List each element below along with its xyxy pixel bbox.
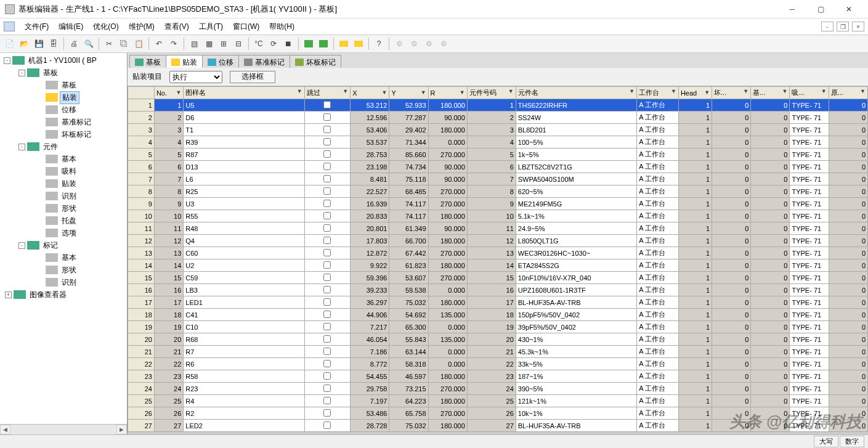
new-button[interactable]: 📄 [2,37,16,51]
placement-grid[interactable]: No.▼图样名▼跳过▼X▼Y▼R▼元件号码▼元件名▼工作台▼Head▼坏...▼… [128,86,868,432]
expand-icon[interactable]: - [4,57,10,64]
tool-d-button[interactable]: ⊟ [232,37,245,51]
paste-button[interactable]: 📋 [132,37,145,51]
skip-checkbox[interactable] [323,113,331,121]
scroll-right-icon[interactable]: ▶ [116,425,127,434]
table-row[interactable]: 2121R77.18663.1440.0002145.3k~1%A 工作台100… [128,346,868,358]
tree-node-形状[interactable]: 形状 [60,203,78,214]
table-row[interactable]: 1414U29.92261.823180.00014ETA2845S2GA 工作… [128,259,868,272]
tree-node-选项[interactable]: 选项 [60,227,78,239]
table-row[interactable]: 1919C107.21765.3000.0001939pF5%/50V_0402… [128,321,868,333]
minimize-button[interactable]: ─ [778,0,806,18]
menu-查看[interactable]: 查看(V) [160,20,194,34]
col-元件号码[interactable]: 元件号码▼ [467,87,516,99]
redo-button[interactable]: ↷ [167,37,180,51]
tree-node-图像查看器[interactable]: 图像查看器 [28,289,68,301]
table-row[interactable]: 66D1323.19874.73490.0006LBZT52C8V2T1GA 工… [128,161,868,173]
table-row[interactable]: 55R8728.75385.660270.00051k~5%A 工作台100TY… [128,149,868,161]
tree-node-标记[interactable]: 标记 [41,240,60,251]
table-row[interactable]: 1818C4144.90654.692135.00018150pF5%/50V_… [128,309,868,321]
menu-窗口[interactable]: 窗口(W) [228,20,264,34]
nav-tree[interactable]: -机器1 - YV100II ( BP-基板基板贴装位移基准标记坏板标记-元件基… [0,53,127,424]
col-吸...[interactable]: 吸...▼ [790,87,829,99]
col-跳过[interactable]: 跳过▼ [304,87,350,99]
skip-checkbox[interactable] [323,372,331,380]
mdi-restore-button[interactable]: ❐ [837,22,849,31]
skip-checkbox[interactable] [323,348,331,355]
table-row[interactable]: 2222R68.77258.3180.0002233k~5%A 工作台100TY… [128,358,868,370]
menu-维护[interactable]: 维护(M) [124,20,160,34]
tool-a-button[interactable]: ▤ [187,37,201,51]
col-坏...[interactable]: 坏...▼ [712,87,751,99]
tree-hscroll[interactable]: ◀ ▶ [0,424,127,434]
col-原...[interactable]: 原...▼ [829,87,867,99]
copy-button[interactable]: ⿻ [117,37,131,51]
table-row[interactable]: 2626R253.48665.758270.0002610k~1%A 工作台10… [128,407,868,420]
tab-贴装[interactable]: 贴装 [166,55,203,68]
skip-checkbox[interactable] [323,150,331,158]
board-a-button[interactable] [302,37,315,51]
tab-基板[interactable]: 基板 [129,55,166,68]
col-Y[interactable]: Y▼ [389,87,428,99]
skip-checkbox[interactable] [323,138,331,145]
select-box-button[interactable]: 选择框 [230,71,275,83]
close-button[interactable]: ✕ [835,0,863,18]
col-元件名[interactable]: 元件名▼ [516,87,636,99]
table-row[interactable]: 77L68.48175.11890.0007SWPA5040S100MA 工作台… [128,173,868,185]
table-row[interactable]: 11U553.21252.933180.0001THS6222IRHFRA 工作… [128,99,868,112]
menu-工具[interactable]: 工具(T) [194,20,228,34]
strip-b-button[interactable] [352,37,365,51]
skip-checkbox[interactable] [323,200,331,207]
skip-checkbox[interactable] [323,360,331,367]
menu-帮助[interactable]: 帮助(H) [264,20,299,34]
skip-checkbox[interactable] [323,409,331,417]
table-row[interactable]: 2323R5854.45546.597180.00023187~1%A 工作台1… [128,370,868,383]
table-row[interactable]: 22D612.59677.28790.0002SS24WA 工作台100TYPE… [128,112,868,124]
link-c-button[interactable]: ⚙ [422,37,436,51]
skip-checkbox[interactable] [323,212,331,219]
skip-checkbox[interactable] [323,249,331,256]
tree-root[interactable]: 机器1 - YV100II ( BP [26,55,99,67]
link-b-button[interactable]: ⚙ [407,37,421,51]
menu-编辑[interactable]: 编辑(E) [54,20,88,34]
menu-文件[interactable]: 文件(F) [20,20,54,34]
tab-坏板标记[interactable]: 坏板标记 [290,55,341,68]
skip-checkbox[interactable] [323,175,331,182]
filter-select[interactable]: 执行 [169,71,222,83]
tree-node-贴装[interactable]: 贴装 [60,91,79,104]
mdi-close-button[interactable]: × [852,22,864,31]
help-button[interactable]: ? [372,37,386,51]
link-d-button[interactable]: ⚙ [437,37,450,51]
tree-node-托盘[interactable]: 托盘 [60,215,78,227]
table-row[interactable]: 1515C5959.39653.607270.0001510nF10%/16V-… [128,272,868,284]
skip-checkbox[interactable] [323,323,331,330]
col-X[interactable]: X▼ [351,87,389,99]
tree-node-识别[interactable]: 识别 [60,190,78,202]
mdi-minimize-button[interactable]: - [821,22,834,31]
col-基...[interactable]: 基...▼ [751,87,790,99]
expand-icon[interactable]: - [18,70,25,76]
table-row[interactable]: 1111R4820.80161.34990.0001124.9~5%A 工作台1… [128,222,868,235]
board-b-button[interactable] [317,37,330,51]
skip-checkbox[interactable] [323,311,331,318]
tree-node-基本[interactable]: 基本 [60,252,78,264]
skip-checkbox[interactable] [323,335,331,343]
scroll-left-icon[interactable]: ◀ [0,425,10,434]
table-row[interactable]: 1010R5520.83374.117180.000105.1k~1%A 工作台… [128,210,868,222]
expand-icon[interactable]: - [18,242,25,249]
table-row[interactable]: 33T153.40629.402180.0003BL8D201A 工作台100T… [128,124,868,136]
table-row[interactable]: 2424R2329.75873.215270.00024390~5%A 工作台1… [128,383,868,395]
table-row[interactable]: 2525R47.19764.223180.00025121k~1%A 工作台10… [128,395,868,407]
tree-node-吸料[interactable]: 吸料 [60,166,78,177]
skip-checkbox[interactable] [323,237,331,244]
skip-checkbox[interactable] [323,224,331,232]
tree-node-识别[interactable]: 识别 [60,277,78,288]
skip-checkbox[interactable] [323,261,331,269]
tree-node-基板[interactable]: 基板 [60,79,78,91]
skip-checkbox[interactable] [323,385,331,392]
temp-button[interactable]: °C [252,37,266,51]
tool-b-button[interactable]: ▦ [202,37,216,51]
tree-node-基本[interactable]: 基本 [60,153,78,165]
link-a-button[interactable]: ⚙ [392,37,406,51]
tree-node-基准标记[interactable]: 基准标记 [60,116,93,128]
